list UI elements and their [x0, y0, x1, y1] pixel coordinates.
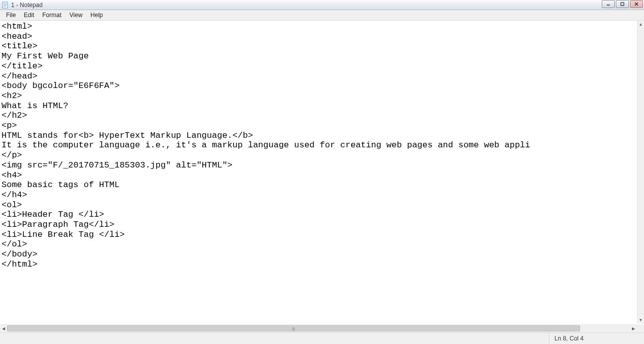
- menu-view[interactable]: View: [65, 11, 87, 20]
- titlebar[interactable]: 1 - Notepad: [0, 0, 644, 10]
- menu-file[interactable]: File: [2, 11, 20, 20]
- statusbar: Ln 8, Col 4: [0, 332, 644, 344]
- minimize-button[interactable]: [602, 0, 615, 8]
- horizontal-scrollbar-track[interactable]: [7, 325, 630, 332]
- close-button[interactable]: [630, 0, 643, 8]
- text-editor[interactable]: <html> <head> <title> My First Web Page …: [0, 21, 637, 323]
- horizontal-scrollbar[interactable]: ◀ ▶: [0, 324, 637, 332]
- maximize-button[interactable]: [616, 0, 629, 8]
- horizontal-scrollbar-thumb[interactable]: [7, 325, 580, 331]
- scroll-up-arrow-icon[interactable]: ▲: [637, 21, 644, 28]
- scrollbar-corner: [637, 324, 644, 332]
- svg-rect-6: [621, 3, 624, 6]
- window-controls: [602, 0, 643, 9]
- scroll-down-arrow-icon[interactable]: ▼: [637, 316, 644, 323]
- svg-rect-0: [3, 2, 8, 8]
- cursor-position: Ln 8, Col 4: [549, 333, 614, 344]
- scroll-right-arrow-icon[interactable]: ▶: [630, 325, 637, 332]
- scroll-left-arrow-icon[interactable]: ◀: [0, 325, 7, 332]
- notepad-icon: [1, 1, 9, 9]
- window-title: 1 - Notepad: [11, 2, 43, 9]
- menu-help[interactable]: Help: [87, 11, 107, 20]
- menu-format[interactable]: Format: [38, 11, 65, 20]
- menubar: File Edit Format View Help: [0, 10, 644, 21]
- menu-edit[interactable]: Edit: [20, 11, 38, 20]
- editor-area: <html> <head> <title> My First Web Page …: [0, 21, 644, 332]
- vertical-scrollbar[interactable]: ▲ ▼: [637, 21, 644, 323]
